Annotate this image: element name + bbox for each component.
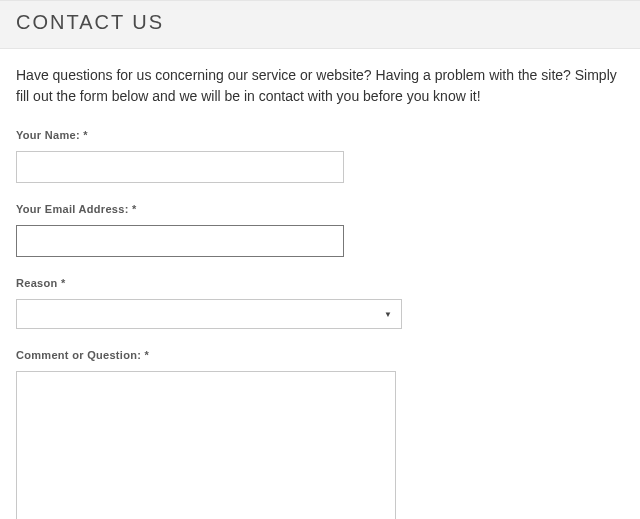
intro-text: Have questions for us concerning our ser… [16, 65, 624, 107]
comment-field-group: Comment or Question: * [16, 349, 624, 519]
page-content: Have questions for us concerning our ser… [0, 49, 640, 519]
reason-label: Reason * [16, 277, 624, 289]
comment-textarea[interactable] [16, 371, 396, 519]
email-label: Your Email Address: * [16, 203, 624, 215]
name-input[interactable] [16, 151, 344, 183]
name-label: Your Name: * [16, 129, 624, 141]
name-field-group: Your Name: * [16, 129, 624, 183]
reason-select-wrap: ▼ [16, 299, 402, 329]
email-input[interactable] [16, 225, 344, 257]
comment-label: Comment or Question: * [16, 349, 624, 361]
reason-select[interactable] [16, 299, 402, 329]
reason-field-group: Reason * ▼ [16, 277, 624, 329]
page-header: CONTACT US [0, 0, 640, 49]
page-title: CONTACT US [16, 11, 624, 34]
email-field-group: Your Email Address: * [16, 203, 624, 257]
